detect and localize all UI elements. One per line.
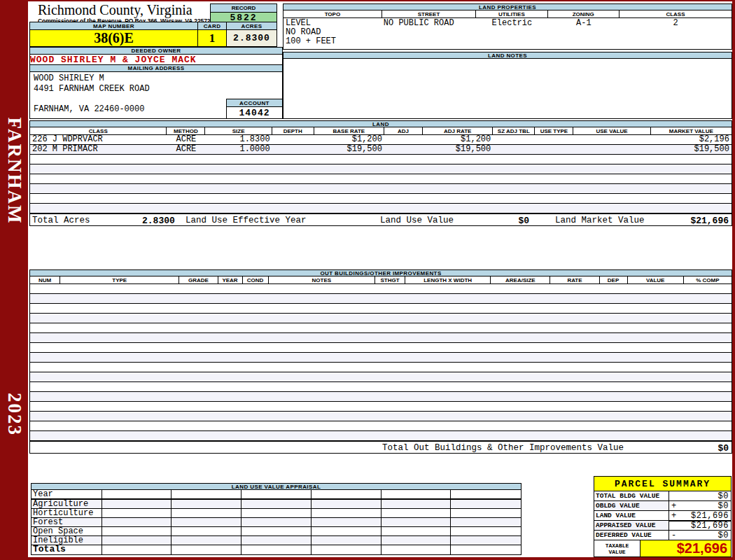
outbuilding-row [30, 284, 732, 294]
column-header-base-rate: BASE RATE [314, 127, 384, 134]
appraisal-cell [451, 536, 521, 545]
land-use-appraisal-section: LAND USE VALUE APPRAISAL YearAgriculture… [31, 483, 522, 555]
land-row [30, 164, 732, 174]
parcel-row-value: $21,696 [669, 520, 731, 530]
mailing-address-value: WOOD SHIRLEY M 4491 FARNHAM CREEK ROAD F… [34, 74, 150, 114]
land-row [30, 184, 732, 194]
parcel-row-label: APPRAISED VALUE [594, 521, 669, 530]
land-cell [167, 155, 205, 164]
land-cell [205, 164, 272, 174]
outbuilding-row [30, 431, 732, 441]
outbuilding-row [30, 412, 732, 421]
outbuilding-row [30, 392, 732, 402]
outbuildings-header: NUM TYPE GRADE YEAR COND NOTES STHGT LEN… [29, 276, 732, 284]
parcel-row-operator: - [671, 531, 680, 540]
county-header: Richmond County, Virginia Commissioner o… [29, 2, 210, 22]
appraisal-cell [172, 490, 241, 498]
land-cell [30, 174, 167, 183]
appraisal-cell [172, 545, 241, 554]
land-cell [272, 164, 314, 174]
appraisal-row-label: Ineligible [31, 536, 102, 545]
appraisal-cell [451, 527, 521, 536]
appraisal-row: Totals [31, 545, 521, 554]
account-box: ACCOUNT 14042 [226, 99, 283, 119]
column-header-use-value: USE VALUE [573, 127, 650, 134]
appraisal-cell [241, 509, 312, 517]
column-header-area-size: AREA/SIZE [491, 276, 550, 284]
record-card: Richmond County, Virginia Commissioner o… [28, 1, 732, 557]
parcel-row-amount: $21,696 [680, 521, 729, 531]
land-cell [493, 174, 535, 183]
column-header-method: METHOD [167, 127, 205, 134]
land-cell [573, 194, 650, 203]
appraisal-cell [172, 518, 241, 526]
land-cell [314, 194, 384, 203]
parcel-summary-section: PARCEL SUMMARY TOTAL BLDG VALUE$0OBLDG V… [594, 476, 732, 557]
outbuilding-row [30, 304, 732, 314]
outbuildings-total-value: $0 [718, 443, 729, 454]
appraisal-cell [241, 527, 312, 536]
appraisal-cell [312, 536, 382, 545]
parcel-row-amount: $21,696 [680, 511, 729, 521]
land-cell [30, 164, 167, 174]
column-header-class: CLASS [620, 10, 732, 18]
outbuilding-row [30, 353, 732, 363]
land-properties-section: LAND PROPERTIES TOPO STREET UTILITIES ZO… [283, 4, 732, 119]
taxable-value: $21,696 [640, 540, 731, 556]
land-row [30, 174, 732, 184]
column-header-topo: TOPO [284, 10, 382, 18]
land-use-value-label: Land Use Value [380, 216, 454, 225]
land-market-value-label: Land Market Value [555, 216, 645, 225]
parcel-summary-title: PARCEL SUMMARY [594, 476, 732, 491]
land-cell [493, 204, 535, 213]
land-table-header: CLASS METHOD SIZE DEPTH BASE RATE ADJ AD… [29, 127, 732, 135]
land-market-value: $21,696 [690, 216, 729, 226]
map-number-value: 38(6)E [29, 30, 197, 47]
column-header-pct-comp: % COMP [684, 276, 732, 284]
land-cell [384, 145, 423, 154]
appraisal-row-label: Year [31, 490, 102, 498]
land-cell [384, 174, 423, 183]
land-cell [493, 164, 535, 174]
land-cell [493, 135, 535, 144]
land-cell [493, 194, 535, 203]
column-header-size: SIZE [205, 127, 272, 134]
outbuildings-section: OUT BUILDINGS/OTHER IMPROVEMENTS NUM TYP… [29, 270, 732, 454]
outbuilding-row [30, 294, 732, 304]
land-cell [272, 145, 314, 154]
land-cell [384, 155, 423, 164]
land-cell: $2,196 [651, 135, 732, 144]
column-header-dep: DEP [600, 276, 628, 284]
column-header-adj-rate: ADJ RATE [423, 127, 493, 134]
land-cell [573, 145, 650, 154]
land-cell: 226 J WDPRVACR [30, 135, 167, 144]
appraisal-cell [312, 500, 382, 508]
total-acres-value: 2.8300 [142, 216, 175, 226]
total-acres-label: Total Acres [32, 216, 90, 225]
land-cell [314, 155, 384, 164]
land-section: LAND CLASS METHOD SIZE DEPTH BASE RATE A… [29, 120, 732, 226]
account-label: ACCOUNT [226, 99, 283, 107]
land-cell [205, 194, 272, 203]
outbuildings-body [29, 284, 732, 441]
appraisal-cell [382, 527, 451, 536]
column-header-class: CLASS [30, 127, 167, 134]
column-header-sthgt: STHGT [375, 276, 405, 284]
appraisal-cell [172, 500, 241, 508]
appraisal-row: Forest [31, 518, 521, 527]
land-cell [535, 145, 573, 154]
land-cell [535, 164, 573, 174]
outbuilding-row [30, 382, 732, 392]
taxable-value-label: TAXABLE VALUE [594, 540, 640, 556]
outbuilding-row [30, 402, 732, 412]
appraisal-cell [382, 545, 451, 554]
land-cell [535, 174, 573, 183]
appraisal-cell [102, 490, 172, 498]
column-header-utilities: UTILITIES [476, 10, 547, 18]
land-cell [205, 184, 272, 193]
column-header-rate: RATE [550, 276, 599, 284]
appraisal-row: Ineligible [31, 536, 521, 545]
column-header-use-type: USE TYPE [535, 127, 573, 134]
appraisal-cell [172, 509, 241, 517]
column-header-cond: COND [243, 276, 269, 284]
